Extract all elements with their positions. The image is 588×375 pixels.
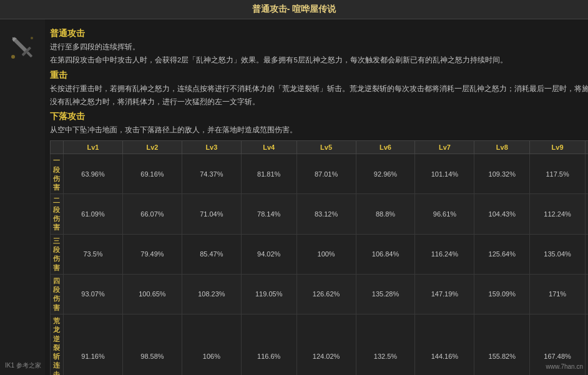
cell-0-9: 126.43% (585, 154, 588, 194)
table-row: 二段伤害61.09%66.07%71.04%78.14%83.12%88.8%9… (51, 194, 589, 234)
table-row: 四段伤害93.07%100.65%108.23%119.05%126.62%13… (51, 274, 589, 314)
cell-0-2: 74.37% (182, 154, 241, 194)
cell-4-3: 116.6% (241, 314, 296, 376)
col-label (51, 141, 64, 154)
cell-0-0: 63.96% (64, 154, 123, 194)
main-content: 普通攻击 进行至多四段的连续挥斩。 在第四段攻击命中时攻击人时，会获得2层「乱神… (45, 19, 588, 375)
row-label-1: 二段伤害 (51, 194, 64, 234)
cell-1-9: 120.77% (585, 194, 588, 234)
cell-0-6: 101.14% (415, 154, 474, 194)
normal-attack-section: 普通攻击 进行至多四段的连续挥斩。 在第四段攻击命中时攻击人时，会获得2层「乱神… (50, 28, 588, 66)
cell-1-1: 66.07% (122, 194, 182, 234)
table-row: 一段伤害63.96%69.16%74.37%81.81%87.01%92.96%… (51, 154, 589, 194)
col-lv1: Lv1 (64, 141, 123, 154)
cell-3-9: 183.98% (585, 274, 588, 314)
cell-1-4: 83.12% (296, 194, 356, 234)
cell-2-4: 100% (296, 234, 356, 274)
cell-0-1: 69.16% (122, 154, 182, 194)
col-lv10: Lv10 (585, 141, 588, 154)
col-lv2: Lv2 (122, 141, 182, 154)
cell-2-1: 79.49% (122, 234, 182, 274)
cell-2-0: 73.5% (64, 234, 123, 274)
cell-3-7: 159.09% (474, 274, 530, 314)
table-body: 一段伤害63.96%69.16%74.37%81.81%87.01%92.96%… (51, 154, 589, 375)
watermark-right: www.7han.cn (546, 363, 583, 370)
cell-1-3: 78.14% (241, 194, 296, 234)
cell-2-9: 145.3% (585, 234, 588, 274)
col-lv7: Lv7 (415, 141, 474, 154)
col-lv8: Lv8 (474, 141, 530, 154)
plunge-attack-section: 下落攻击 从空中下坠冲击地面，攻击下落路径上的敌人，并在落地时造成范围伤害。 (50, 111, 588, 135)
normal-attack-extra: 在第四段攻击命中时攻击人时，会获得2层「乱神之怒力」效果。最多拥有5层乱神之怒力… (50, 55, 588, 66)
svg-rect-3 (26, 51, 32, 57)
cell-1-2: 71.04% (182, 194, 241, 234)
cell-0-4: 87.01% (296, 154, 356, 194)
cell-1-6: 96.61% (415, 194, 474, 234)
col-lv6: Lv6 (356, 141, 415, 154)
cell-0-8: 117.5% (530, 154, 586, 194)
normal-attack-title: 普通攻击 (50, 28, 588, 39)
cell-0-5: 92.96% (356, 154, 415, 194)
cell-1-5: 88.8% (356, 194, 415, 234)
cell-3-6: 147.19% (415, 274, 474, 314)
plunge-attack-desc: 从空中下坠冲击地面，攻击下落路径上的敌人，并在落地时造成范围伤害。 (50, 125, 588, 135)
stats-table: Lv1Lv2Lv3Lv4Lv5Lv6Lv7Lv8Lv9Lv10Lv11Lv12L… (50, 140, 588, 375)
page-title: 普通攻击- 喧哗屋传说 (0, 0, 588, 19)
cell-4-7: 155.82% (474, 314, 530, 376)
cell-3-0: 93.07% (64, 274, 123, 314)
sword-icon (7, 32, 38, 63)
heavy-attack-title: 重击 (50, 70, 588, 81)
row-label-0: 一段伤害 (51, 154, 64, 194)
cell-0-3: 81.81% (241, 154, 296, 194)
heavy-attack-desc2: 没有乱神之怒力时，将消耗体力，进行一次猛烈的左一文字斩。 (50, 97, 588, 107)
cell-3-8: 171% (530, 274, 586, 314)
cell-4-6: 144.16% (415, 314, 474, 376)
cell-2-5: 106.84% (356, 234, 415, 274)
cell-4-0: 91.16% (64, 314, 123, 376)
heavy-attack-desc1: 长按进行重击时，若拥有乱神之怒力，连续点按将进行不消耗体力的「荒龙逆裂斩」斩击。… (50, 84, 588, 94)
cell-2-7: 125.64% (474, 234, 530, 274)
watermark-left: IK1 参考之家 (5, 361, 41, 370)
heavy-attack-section: 重击 长按进行重击时，若拥有乱神之怒力，连续点按将进行不消耗体力的「荒龙逆裂斩」… (50, 70, 588, 108)
cell-2-6: 116.24% (415, 234, 474, 274)
row-label-2: 三段伤害 (51, 234, 64, 274)
cell-4-1: 98.58% (122, 314, 182, 376)
cell-2-2: 85.47% (182, 234, 241, 274)
cell-3-3: 119.05% (241, 274, 296, 314)
table-header: Lv1Lv2Lv3Lv4Lv5Lv6Lv7Lv8Lv9Lv10Lv11Lv12L… (51, 141, 589, 154)
plunge-attack-title: 下落攻击 (50, 111, 588, 122)
cell-1-0: 61.09% (64, 194, 123, 234)
cell-2-8: 135.04% (530, 234, 586, 274)
cell-3-1: 100.65% (122, 274, 182, 314)
cell-4-9: 180.2% (585, 314, 588, 376)
normal-attack-desc: 进行至多四段的连续挥斩。 (50, 42, 588, 52)
col-lv5: Lv5 (296, 141, 356, 154)
cell-1-8: 112.24% (530, 194, 586, 234)
weapon-icon-panel (0, 19, 45, 375)
row-label-4: 荒龙逆裂斩连击伤害 (51, 314, 64, 376)
col-lv3: Lv3 (182, 141, 241, 154)
cell-3-4: 126.62% (296, 274, 356, 314)
table-row: 荒龙逆裂斩连击伤害91.16%98.58%106%116.6%124.02%13… (51, 314, 589, 376)
cell-4-5: 132.5% (356, 314, 415, 376)
cell-3-2: 108.23% (182, 274, 241, 314)
cell-4-4: 124.02% (296, 314, 356, 376)
svg-point-5 (31, 37, 33, 39)
row-label-3: 四段伤害 (51, 274, 64, 314)
cell-4-2: 106% (182, 314, 241, 376)
table-row: 三段伤害73.5%79.49%85.47%94.02%100%106.84%11… (51, 234, 589, 274)
cell-0-7: 109.32% (474, 154, 530, 194)
col-lv4: Lv4 (241, 141, 296, 154)
col-lv9: Lv9 (530, 141, 586, 154)
svg-point-4 (11, 55, 15, 59)
cell-3-5: 135.28% (356, 274, 415, 314)
cell-1-7: 104.43% (474, 194, 530, 234)
cell-2-3: 94.02% (241, 234, 296, 274)
